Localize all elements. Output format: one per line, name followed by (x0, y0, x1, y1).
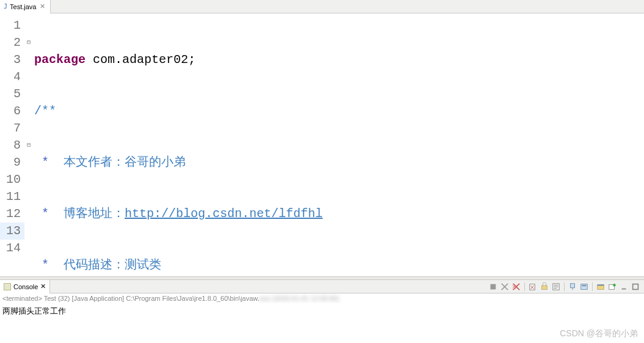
new-console-icon[interactable] (607, 282, 617, 292)
remove-launch-icon[interactable] (500, 282, 510, 292)
svg-rect-5 (581, 284, 588, 289)
line-number: 5 (0, 86, 24, 103)
watermark: CSDN @谷哥的小弟 (560, 328, 638, 339)
line-number: 6 (0, 103, 24, 120)
line-number: 7 (0, 120, 24, 137)
line-number: 2 (0, 34, 24, 51)
line-number: 12 (0, 205, 24, 223)
toolbar-separator (564, 282, 565, 291)
console-toolbar (488, 282, 644, 292)
terminate-relaunch-icon[interactable] (488, 282, 498, 292)
clear-console-icon[interactable] (528, 282, 538, 292)
code-line-4: * 博客地址：http://blog.csdn.net/lfdfhl (33, 205, 644, 223)
line-number: 13 (0, 223, 24, 240)
line-number: 3 (0, 51, 24, 68)
fold-marker[interactable]: ⊟ (24, 34, 33, 51)
maximize-icon[interactable] (631, 282, 640, 292)
console-tab[interactable]: Console ✕ (0, 280, 50, 293)
toolbar-separator (592, 282, 593, 291)
line-number: 14 (0, 240, 24, 257)
scroll-lock-icon[interactable] (540, 282, 549, 292)
console-output-line: 两脚插头正常工作 (2, 306, 66, 315)
console-tab-bar: Console ✕ (0, 280, 644, 293)
close-icon[interactable]: ✕ (38, 2, 46, 10)
console-process-header: <terminated> Test (32) [Java Application… (0, 293, 644, 303)
line-number: 10 (0, 171, 24, 188)
toolbar-separator (524, 282, 525, 291)
pin-console-icon[interactable] (568, 282, 577, 292)
close-icon[interactable]: ✕ (40, 282, 46, 290)
code-line-5: * 代码描述：测试类 (33, 257, 644, 274)
line-number: 9 (0, 154, 24, 171)
java-file-icon: J (4, 3, 7, 10)
svg-rect-2 (542, 286, 547, 289)
code-line-1: package com.adapter02; (33, 51, 644, 68)
code-editor[interactable]: 1 2 3 4 5 6 7 8 9 10 11 12 13 14 ⊟ ⊟ pac… (0, 13, 644, 276)
line-number: 1 (0, 17, 24, 34)
fold-marker[interactable]: ⊟ (24, 137, 33, 154)
code-content[interactable]: package com.adapter02; /** * 本文作者：谷哥的小弟 … (33, 13, 644, 276)
minimize-icon[interactable] (619, 282, 629, 292)
console-tab-label: Console (13, 283, 38, 290)
code-line-3: * 本文作者：谷哥的小弟 (33, 154, 644, 171)
svg-rect-0 (491, 284, 496, 289)
editor-tab-bar: J Test.java ✕ (0, 0, 644, 13)
line-number-gutter: 1 2 3 4 5 6 7 8 9 10 11 12 13 14 (0, 13, 24, 276)
svg-rect-6 (582, 285, 587, 286)
open-console-icon[interactable] (596, 282, 606, 292)
svg-rect-11 (633, 284, 639, 289)
line-number: 8 (0, 137, 24, 154)
svg-rect-10 (622, 288, 626, 289)
console-icon (4, 283, 11, 290)
tab-filename: Test.java (10, 3, 36, 10)
svg-rect-8 (598, 284, 604, 286)
line-number: 4 (0, 68, 24, 86)
code-line-2: /** (33, 103, 644, 120)
console-output[interactable]: 两脚插头正常工作 (0, 303, 644, 319)
line-number: 11 (0, 188, 24, 205)
editor-tab-testjava[interactable]: J Test.java ✕ (0, 0, 51, 13)
svg-rect-4 (571, 283, 575, 287)
display-selected-icon[interactable] (579, 282, 589, 292)
fold-marker-column: ⊟ ⊟ (24, 13, 33, 276)
blurred-text: exe (2020-01-01 12:00:00) (259, 295, 338, 302)
fold-marker (24, 17, 33, 34)
word-wrap-icon[interactable] (551, 282, 561, 292)
remove-all-icon[interactable] (511, 282, 521, 292)
